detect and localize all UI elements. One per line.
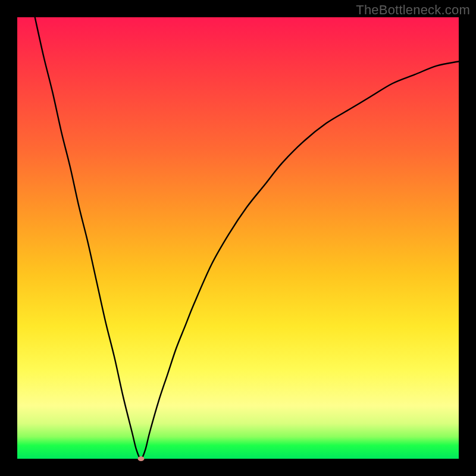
chart-frame: TheBottleneck.com [0, 0, 476, 476]
curve-layer [17, 17, 459, 459]
plot-area [17, 17, 459, 459]
bottleneck-curve [35, 17, 459, 459]
watermark-text: TheBottleneck.com [356, 2, 470, 18]
optimal-point-marker [137, 456, 144, 461]
